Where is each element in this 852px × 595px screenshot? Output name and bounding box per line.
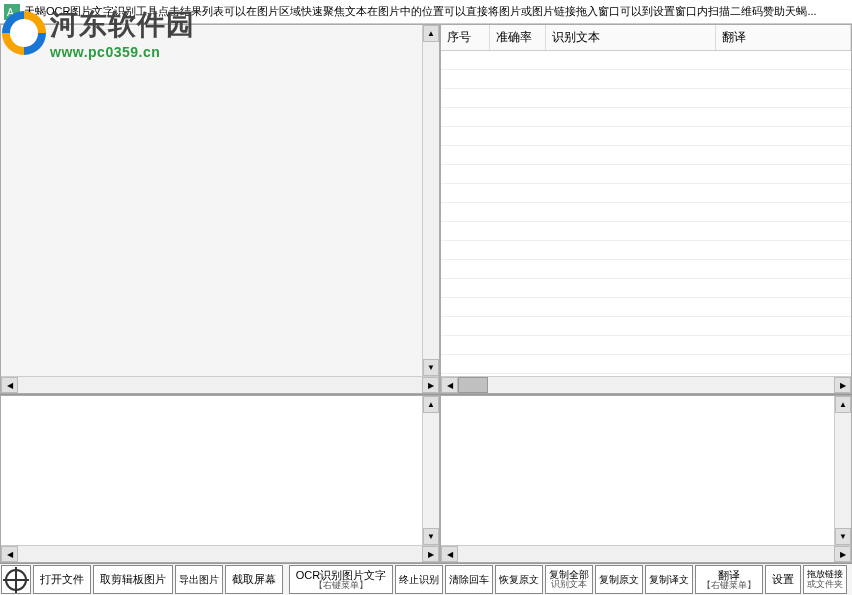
table-body[interactable] (441, 51, 851, 376)
scroll-left-icon[interactable]: ◀ (441, 377, 458, 393)
table-row[interactable] (441, 146, 851, 165)
capture-screen-button[interactable]: 截取屏幕 (225, 565, 283, 594)
table-row[interactable] (441, 336, 851, 355)
scroll-down-icon[interactable]: ▼ (835, 528, 851, 545)
open-file-label: 打开文件 (40, 573, 84, 585)
clear-label: 清除回车 (449, 574, 489, 585)
table-row[interactable] (441, 108, 851, 127)
table-row[interactable] (441, 51, 851, 70)
scroll-left-icon[interactable]: ◀ (1, 377, 18, 393)
col-translation[interactable]: 翻译 (715, 25, 851, 51)
recognized-text-area[interactable] (1, 396, 422, 545)
recognized-text-panel: ▲ ▼ ◀ ▶ (0, 395, 440, 563)
scroll-right-icon[interactable]: ▶ (422, 546, 439, 562)
table-row[interactable] (441, 127, 851, 146)
image-canvas[interactable] (1, 25, 422, 376)
scroll-up-icon[interactable]: ▲ (835, 396, 851, 413)
translation-text-area[interactable] (441, 396, 834, 545)
scroll-left-icon[interactable]: ◀ (1, 546, 18, 562)
copy-orig-button[interactable]: 复制原文 (595, 565, 643, 594)
top-panels: ▲ ▼ ◀ ▶ 序号 准确率 (0, 24, 852, 394)
scroll-track[interactable] (458, 546, 834, 562)
scroll-down-icon[interactable]: ▼ (423, 359, 439, 376)
restore-label: 恢复原文 (499, 574, 539, 585)
get-clipboard-button[interactable]: 取剪辑板图片 (93, 565, 173, 594)
table-row[interactable] (441, 260, 851, 279)
export-pic-button[interactable]: 导出图片 (175, 565, 223, 594)
copy-orig-label: 复制原文 (599, 574, 639, 585)
scroll-thumb[interactable] (458, 377, 488, 393)
settings-button[interactable]: 设置 (765, 565, 801, 594)
title-text: 天蝎OCR图片文字识别工具点击结果列表可以在图片区域快速聚焦文本在图片中的位置可… (24, 4, 817, 19)
scroll-track[interactable] (423, 42, 439, 359)
copy-all-button[interactable]: 复制全部 识别文本 (545, 565, 593, 594)
scroll-right-icon[interactable]: ▶ (834, 377, 851, 393)
image-panel: ▲ ▼ ◀ ▶ (0, 24, 440, 394)
col-seq[interactable]: 序号 (441, 25, 489, 51)
ocr-sub-label: 【右键菜单】 (314, 581, 368, 591)
translate-button[interactable]: 翻译 【右键菜单】 (695, 565, 763, 594)
get-clipboard-label: 取剪辑板图片 (100, 573, 166, 585)
translate-sub: 【右键菜单】 (702, 581, 756, 591)
stop-button[interactable]: 终止识别 (395, 565, 443, 594)
scroll-down-icon[interactable]: ▼ (423, 528, 439, 545)
trans-h-scrollbar[interactable]: ◀ ▶ (441, 545, 851, 562)
translation-text-panel: ▲ ▼ ◀ ▶ (440, 395, 852, 563)
app-icon: A (4, 4, 20, 20)
open-file-button[interactable]: 打开文件 (33, 565, 91, 594)
svg-text:A: A (7, 7, 14, 18)
settings-label: 设置 (772, 573, 794, 585)
table-row[interactable] (441, 184, 851, 203)
table-row[interactable] (441, 241, 851, 260)
scroll-track[interactable] (18, 377, 422, 393)
text-h-scrollbar[interactable]: ◀ ▶ (1, 545, 439, 562)
crosshair-icon (5, 569, 27, 591)
scroll-up-icon[interactable]: ▲ (423, 25, 439, 42)
text-v-scrollbar[interactable]: ▲ ▼ (422, 396, 439, 545)
ocr-recognize-button[interactable]: OCR识别图片文字 【右键菜单】 (289, 565, 393, 594)
table-row[interactable] (441, 355, 851, 374)
col-accuracy[interactable]: 准确率 (489, 25, 545, 51)
trans-v-scrollbar[interactable]: ▲ ▼ (834, 396, 851, 545)
stop-label: 终止识别 (399, 574, 439, 585)
scroll-left-icon[interactable]: ◀ (441, 546, 458, 562)
drag-hint-sub: 或文件夹 (807, 580, 843, 590)
image-v-scrollbar[interactable]: ▲ ▼ (422, 25, 439, 376)
ocr-recognize-label: OCR识别图片文字 (296, 569, 386, 581)
clear-button[interactable]: 清除回车 (445, 565, 493, 594)
crosshair-button[interactable] (1, 565, 31, 594)
scroll-up-icon[interactable]: ▲ (423, 396, 439, 413)
title-bar: A 天蝎OCR图片文字识别工具点击结果列表可以在图片区域快速聚焦文本在图片中的位… (0, 0, 852, 24)
col-text[interactable]: 识别文本 (545, 25, 715, 51)
main-area: ▲ ▼ ◀ ▶ 序号 准确率 (0, 24, 852, 563)
table-row[interactable] (441, 165, 851, 184)
restore-button[interactable]: 恢复原文 (495, 565, 543, 594)
bottom-panels: ▲ ▼ ◀ ▶ ▲ ▼ (0, 394, 852, 563)
table-header-row: 序号 准确率 识别文本 翻译 (441, 25, 851, 51)
table-row[interactable] (441, 279, 851, 298)
results-table-panel: 序号 准确率 识别文本 翻译 (440, 24, 852, 394)
copy-all-sub: 识别文本 (551, 580, 587, 590)
table-h-scrollbar[interactable]: ◀ ▶ (441, 376, 851, 393)
toolbar: 打开文件 取剪辑板图片 导出图片 截取屏幕 OCR识别图片文字 【右键菜单】 终… (0, 563, 852, 595)
copy-trans-button[interactable]: 复制译文 (645, 565, 693, 594)
table-row[interactable] (441, 298, 851, 317)
scroll-track[interactable] (835, 413, 851, 528)
results-table[interactable]: 序号 准确率 识别文本 翻译 (441, 25, 851, 51)
scroll-track[interactable] (458, 377, 834, 393)
scroll-track[interactable] (423, 413, 439, 528)
copy-trans-label: 复制译文 (649, 574, 689, 585)
table-row[interactable] (441, 222, 851, 241)
image-h-scrollbar[interactable]: ◀ ▶ (1, 376, 439, 393)
scroll-track[interactable] (18, 546, 422, 562)
scroll-right-icon[interactable]: ▶ (834, 546, 851, 562)
table-row[interactable] (441, 89, 851, 108)
translate-label: 翻译 (718, 569, 740, 581)
capture-screen-label: 截取屏幕 (232, 573, 276, 585)
table-row[interactable] (441, 317, 851, 336)
table-row[interactable] (441, 203, 851, 222)
drag-hint-button[interactable]: 拖放链接 或文件夹 (803, 565, 847, 594)
scroll-right-icon[interactable]: ▶ (422, 377, 439, 393)
table-row[interactable] (441, 70, 851, 89)
export-pic-label: 导出图片 (179, 574, 219, 585)
